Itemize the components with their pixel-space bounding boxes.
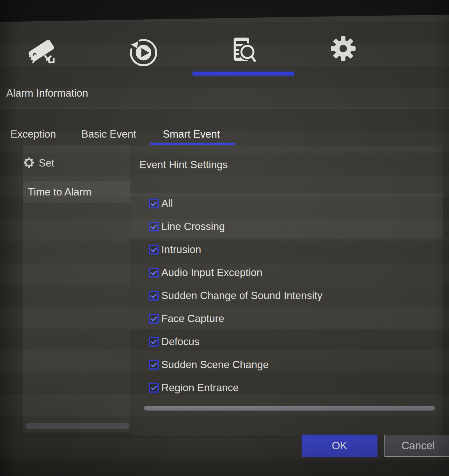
option-row-intrusion: Intrusion (149, 238, 201, 261)
option-row-audio-input-exception: Audio Input Exception (149, 261, 262, 284)
option-row-sudden-change-of-sound-intensity: Sudden Change of Sound Intensity (149, 284, 322, 307)
checkbox-sudden-scene-change[interactable] (149, 360, 159, 370)
option-row-line-crossing: Line Crossing (149, 215, 225, 238)
sidebar-horizontal-scrollbar[interactable] (26, 423, 129, 429)
dvr-screen: Alarm Information Exception Basic Event … (0, 0, 449, 476)
set-menu-item[interactable]: Set (24, 157, 54, 169)
log-search-icon[interactable] (229, 35, 257, 64)
monitor-bezel (0, 0, 449, 24)
option-label-line-crossing: Line Crossing (161, 221, 225, 233)
cancel-button[interactable]: Cancel (384, 435, 449, 457)
camera-icon[interactable] (26, 34, 59, 66)
option-row-sudden-scene-change: Sudden Scene Change (149, 353, 269, 376)
page-title: Alarm Information (6, 87, 88, 99)
option-row-all: All (149, 192, 173, 215)
checkbox-line-crossing[interactable] (149, 222, 159, 231)
set-label: Set (39, 157, 54, 169)
option-label-sudden-scene-change: Sudden Scene Change (161, 359, 269, 371)
option-row-region-entrance: Region Entrance (149, 376, 239, 399)
checkbox-defocus[interactable] (149, 337, 159, 347)
option-row-face-capture: Face Capture (149, 307, 224, 330)
option-label-defocus: Defocus (161, 336, 200, 348)
checkbox-face-capture[interactable] (149, 314, 159, 324)
options-horizontal-scrollbar[interactable] (144, 406, 435, 411)
playback-icon[interactable] (127, 36, 159, 69)
option-label-intrusion: Intrusion (161, 244, 201, 256)
gear-icon[interactable] (331, 36, 356, 62)
ok-button-label: OK (332, 440, 347, 452)
active-tab-underline (150, 143, 235, 145)
active-nav-underline (193, 72, 294, 76)
checkbox-intrusion[interactable] (149, 245, 159, 254)
cancel-button-label: Cancel (402, 440, 435, 452)
header-divider (0, 107, 449, 108)
option-label-all: All (161, 198, 173, 209)
checkbox-region-entrance[interactable] (149, 383, 159, 393)
checkbox-all[interactable] (149, 199, 159, 208)
option-row-defocus: Defocus (149, 330, 200, 353)
option-label-face-capture: Face Capture (161, 313, 224, 325)
event-hint-settings-title: Event Hint Settings (139, 159, 228, 171)
tab-smart-event[interactable]: Smart Event (163, 128, 220, 141)
set-gear-icon (24, 157, 34, 169)
sidebar-item-label: Time to Alarm (28, 186, 91, 198)
option-label-sudden-change-of-sound-intensity: Sudden Change of Sound Intensity (161, 290, 322, 302)
tab-basic-event[interactable]: Basic Event (81, 128, 136, 141)
ok-button[interactable]: OK (302, 435, 377, 457)
sidebar-item-time-to-alarm[interactable]: Time to Alarm (23, 181, 130, 203)
option-label-audio-input-exception: Audio Input Exception (161, 267, 262, 279)
tab-exception[interactable]: Exception (10, 128, 56, 141)
option-label-region-entrance: Region Entrance (161, 382, 239, 394)
checkbox-audio-input-exception[interactable] (149, 268, 159, 277)
checkbox-sudden-change-of-sound-intensity[interactable] (149, 291, 159, 300)
